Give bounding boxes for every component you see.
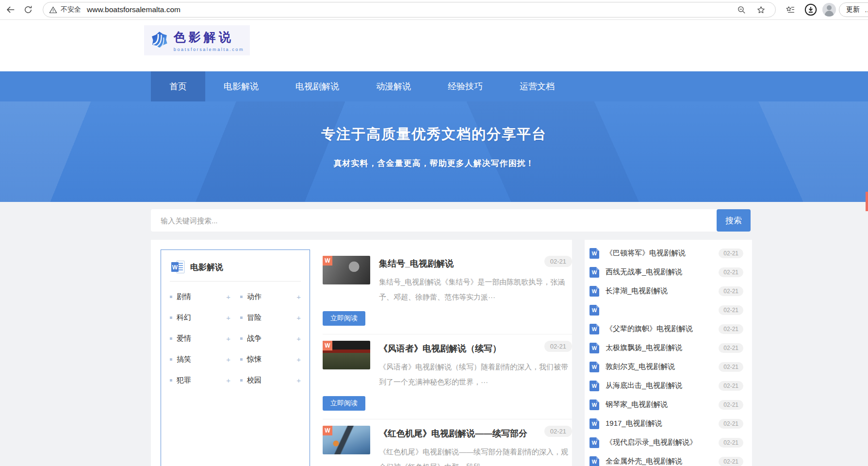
recent-doc-item[interactable]: W从海底出击_电视剧解说02-21	[590, 376, 743, 395]
recent-doc-item[interactable]: W全金属外壳_电视剧解说02-21	[590, 452, 743, 466]
profile-avatar[interactable]	[822, 3, 836, 17]
zoom-out-icon	[737, 5, 746, 15]
category-label: 爱情	[177, 334, 191, 343]
expand-plus-icon[interactable]: +	[226, 334, 230, 343]
category-item-kehuan[interactable]: 科幻+	[170, 307, 230, 328]
category-item-jingsong[interactable]: 惊悚+	[240, 349, 301, 370]
nav-item-tips[interactable]: 经验技巧	[429, 71, 501, 101]
recent-doc-item[interactable]: W太极旗飘扬_电视剧解说02-21	[590, 338, 743, 357]
article-thumbnail[interactable]: W	[323, 426, 370, 454]
bullet-icon	[170, 358, 172, 361]
read-now-button[interactable]: 立即阅读	[323, 396, 365, 411]
bookmark-button[interactable]	[752, 1, 770, 18]
word-doc-icon: W	[171, 260, 185, 274]
nav-item-docs[interactable]: 运营文档	[501, 71, 573, 101]
recent-doc-title: 《现代启示录_电视剧解说》	[606, 438, 719, 447]
category-item-dongzuo[interactable]: 动作+	[240, 286, 301, 307]
refresh-button[interactable]	[19, 1, 37, 18]
search-input[interactable]	[151, 209, 719, 232]
recent-doc-item[interactable]: W《现代启示录_电视剧解说》02-21	[590, 433, 743, 452]
word-doc-icon: W	[590, 343, 599, 353]
category-item-xiaoyuan[interactable]: 校园+	[240, 370, 301, 391]
category-label: 科幻	[177, 313, 191, 322]
recent-doc-item[interactable]: W02-21	[590, 300, 743, 319]
collections-button[interactable]	[782, 1, 799, 18]
expand-plus-icon[interactable]: +	[226, 355, 230, 364]
url-text: www.boatsforsalemalta.com	[87, 5, 733, 14]
recent-doc-title: 太极旗飘扬_电视剧解说	[606, 343, 719, 352]
word-doc-icon: W	[590, 456, 599, 466]
category-label: 搞笑	[177, 355, 191, 364]
category-panel-header: W 电影解说	[170, 258, 301, 282]
category-label: 动作	[247, 292, 262, 301]
nav-item-tv[interactable]: 电视剧解说	[277, 71, 358, 101]
category-label: 战争	[247, 334, 262, 343]
browser-update-button[interactable]: 更新 …	[839, 2, 868, 17]
category-item-zhanzheng[interactable]: 战争+	[240, 328, 301, 349]
recent-doc-title: 从海底出击_电视剧解说	[606, 381, 719, 390]
bullet-icon	[170, 337, 172, 340]
expand-plus-icon[interactable]: +	[296, 334, 301, 343]
site-logo[interactable]: 色影解说 boatsforsalemalta.com	[144, 25, 250, 55]
word-doc-icon: W	[590, 267, 599, 278]
expand-plus-icon[interactable]: +	[226, 293, 230, 301]
expand-plus-icon[interactable]: +	[296, 314, 301, 322]
article-thumbnail[interactable]: W	[323, 341, 370, 369]
word-doc-icon: W	[590, 437, 599, 448]
category-item-aiqing[interactable]: 爱情+	[170, 328, 230, 349]
article-item: W 《红色机尾》电视剧解说——续写部分 02-21 《红色机尾》电视剧解说——续…	[323, 419, 572, 466]
recent-doc-item[interactable]: W西线无战事_电视剧解说02-21	[590, 263, 743, 282]
article-title[interactable]: 《红色机尾》电视剧解说——续写部分	[379, 428, 544, 439]
article-date-badge: 02-21	[544, 426, 572, 437]
expand-plus-icon[interactable]: +	[296, 293, 301, 301]
bullet-icon	[240, 316, 243, 319]
category-item-fanzui[interactable]: 犯罪+	[170, 370, 230, 391]
expand-plus-icon[interactable]: +	[226, 376, 230, 384]
recent-doc-item[interactable]: W长津湖_电视剧解说02-21	[590, 282, 743, 300]
recent-doc-date: 02-21	[719, 343, 743, 353]
search-bar: 搜索	[151, 209, 751, 232]
category-label: 剧情	[177, 292, 191, 301]
recent-docs-card: W《巴顿将军》电视剧解说02-21 W西线无战事_电视剧解说02-21 W长津湖…	[585, 240, 752, 466]
bullet-icon	[240, 337, 243, 340]
category-item-gaoxiao[interactable]: 搞笑+	[170, 349, 230, 370]
recent-doc-title: 钢琴家_电视剧解说	[606, 400, 719, 409]
article-thumbnail[interactable]: W	[323, 256, 370, 284]
nav-item-movie[interactable]: 电影解说	[205, 71, 277, 101]
zoom-out-button[interactable]	[733, 1, 750, 18]
recent-doc-item[interactable]: W敦刻尔克_电视剧解说02-21	[590, 357, 743, 376]
category-label: 校园	[247, 376, 262, 385]
read-now-button[interactable]: 立即阅读	[323, 311, 365, 326]
word-doc-icon: W	[590, 324, 599, 334]
recent-doc-item[interactable]: W《巴顿将军》电视剧解说02-21	[590, 244, 743, 263]
article-title[interactable]: 集结号_电视剧解说	[379, 258, 544, 269]
hero-banner: 专注于高质量优秀文档的分享平台 真材实料，含金量更高，帮助更多人解决写作困扰！	[0, 101, 868, 202]
category-panel: W 电影解说 剧情+ 动作+ 科幻+ 冒险+ 爱情+ 战争+ 搞笑+ 惊悚+ 犯…	[161, 250, 310, 466]
avatar-head	[827, 5, 832, 10]
nav-item-home[interactable]: 首页	[151, 71, 205, 101]
category-item-juqing[interactable]: 剧情+	[170, 286, 230, 307]
word-doc-icon: W	[590, 418, 599, 429]
update-label: 更新	[846, 5, 860, 14]
category-item-maoxian[interactable]: 冒险+	[240, 307, 301, 328]
security-chip[interactable]: 不安全	[49, 5, 81, 14]
expand-plus-icon[interactable]: +	[296, 376, 301, 384]
collections-icon	[786, 5, 795, 15]
address-bar[interactable]: 不安全 www.boatsforsalemalta.com	[43, 2, 776, 17]
nav-item-anime[interactable]: 动漫解说	[358, 71, 429, 101]
recent-doc-item[interactable]: W《父辈的旗帜》电视剧解说02-21	[590, 319, 743, 338]
downloads-button[interactable]	[802, 1, 819, 18]
article-date-badge: 02-21	[544, 341, 572, 352]
article-title[interactable]: 《风语者》电视剧解说（续写）	[379, 343, 544, 354]
hero-subtitle: 真材实料，含金量更高，帮助更多人解决写作困扰！	[0, 158, 868, 169]
recent-doc-date: 02-21	[719, 362, 743, 372]
expand-plus-icon[interactable]: +	[226, 314, 230, 322]
expand-plus-icon[interactable]: +	[296, 355, 301, 364]
back-button[interactable]	[2, 1, 19, 18]
refresh-icon	[23, 5, 33, 15]
search-button[interactable]: 搜索	[717, 209, 751, 232]
scrollbar-thumb[interactable]	[866, 192, 868, 211]
recent-doc-item[interactable]: W1917_电视剧解说02-21	[590, 414, 743, 433]
recent-doc-item[interactable]: W钢琴家_电视剧解说02-21	[590, 395, 743, 414]
recent-doc-date: 02-21	[719, 249, 743, 258]
